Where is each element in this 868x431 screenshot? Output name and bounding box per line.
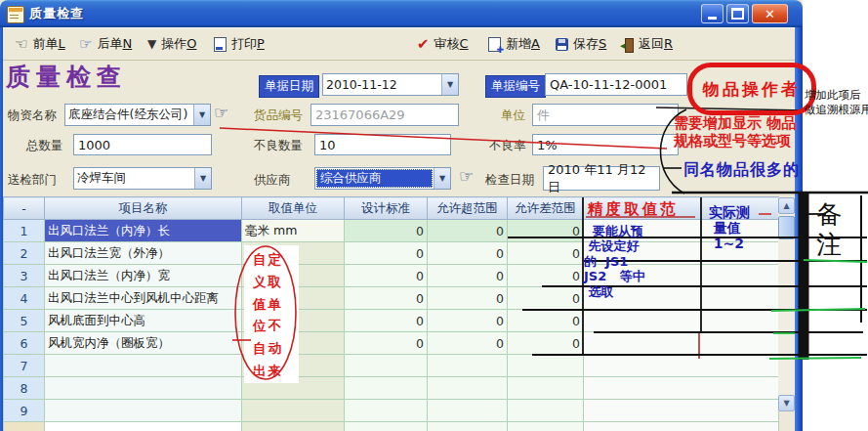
check-date-input[interactable]: 2010 年11 月12 日 — [543, 166, 660, 191]
col-header-unit[interactable]: 取值单位 — [242, 197, 345, 220]
material-dropdown-arrow[interactable]: ▼ — [193, 105, 210, 125]
maximize-button[interactable] — [726, 4, 749, 23]
total-qty-input[interactable]: 1000 — [73, 134, 212, 155]
scroll-down-button[interactable]: ▼ — [778, 395, 795, 411]
supplier-label: 供应商 — [254, 172, 291, 189]
close-icon: ✕ — [765, 7, 775, 22]
return-button[interactable]: 返回R — [622, 32, 673, 56]
save-button[interactable]: 保存S — [556, 32, 606, 56]
new-button[interactable]: 新增A — [488, 32, 540, 56]
annotation-operator-box: 物品操作者 — [687, 63, 816, 115]
table-row: 9 — [4, 400, 779, 422]
table-row: 5风机底面到中心高000 — [4, 310, 779, 332]
app-window: 质量检查 ✕ ☜ 前单L ☞ 后单N ▼ 操作O 打印P ✔ 审核C 新增A — [0, 0, 803, 431]
window-title: 质量检查 — [29, 5, 84, 22]
close-button[interactable]: ✕ — [752, 4, 788, 23]
prev-doc-button[interactable]: ☜ 前单L — [15, 32, 65, 56]
annotation-measure-note: 实际测 量值 1~2 — [709, 204, 750, 251]
table-row: 3出风口法兰（内净）宽000 — [4, 265, 779, 287]
prev-doc-icon: ☜ — [15, 37, 27, 52]
dept-combobox[interactable]: 冷焊车间 ▼ — [73, 167, 212, 190]
material-label: 物资名称 — [8, 108, 57, 124]
table-row: 2出风口法兰宽（外净）000 — [4, 242, 779, 265]
annotation-spec-note: 需要增加显示 物品 规格或型号等选项 — [674, 114, 796, 150]
minimize-icon — [708, 17, 717, 20]
unit-label: 单位 — [501, 108, 525, 124]
inspection-items-table: - 项目名称 取值单位 设计标准 允许超范围 允许差范围 1出风口法兰（内净）长… — [3, 196, 779, 431]
check-date-label: 检查日期 — [485, 172, 534, 189]
scroll-up-button[interactable]: ▲ — [778, 197, 795, 214]
table-new-row-stub — [4, 422, 779, 431]
unit-input: 件 — [532, 104, 679, 126]
next-doc-icon: ☞ — [79, 37, 92, 52]
page-title: 质量检查 — [6, 61, 127, 93]
scrollbar-thumb[interactable] — [778, 216, 795, 239]
audit-button[interactable]: ✔ 审核C — [417, 32, 469, 56]
table-row: 8 — [4, 377, 779, 400]
supplier-combobox[interactable]: 综合供应商 ▼ — [314, 167, 451, 190]
doc-no-label: 单据编号 — [485, 75, 546, 98]
material-combobox[interactable]: 底座结合件(经东公司) ▼ — [64, 104, 211, 126]
table-row: 6风机宽内净（圈板宽）000 — [4, 332, 779, 355]
table-row: 4出风口法兰中心到风机中心距离000 — [4, 287, 779, 310]
annotation-same-name-note: 同名物品很多的 — [683, 160, 800, 181]
annotation-unit-note: 自定 义取 值单 位不 自动 出来 — [253, 248, 283, 382]
annotation-remark-column: 备 注 — [816, 199, 843, 260]
new-doc-icon — [488, 37, 501, 52]
save-icon — [556, 38, 568, 51]
defect-qty-label: 不良数量 — [254, 138, 303, 154]
dept-dropdown-arrow[interactable]: ▼ — [194, 168, 211, 189]
app-icon — [7, 6, 24, 23]
supplier-dropdown-arrow[interactable]: ▼ — [434, 168, 450, 189]
col-header-rowno[interactable]: - — [4, 197, 45, 220]
doc-no-input[interactable]: QA-10-11-12-0001 — [545, 73, 687, 96]
annotation-precision-title: 精度取值范 — [588, 199, 679, 220]
table-row: 1出风口法兰（内净）长毫米 mm000 — [4, 220, 779, 242]
doc-date-label: 单据日期 — [259, 75, 319, 98]
vertical-scrollbar[interactable]: ▲ ▼ — [778, 197, 795, 411]
goods-no-label: 货品编号 — [254, 108, 303, 124]
print-button[interactable]: 打印P — [214, 32, 265, 56]
doc-date-dropdown-arrow[interactable]: ▼ — [441, 74, 458, 95]
defect-rate-input[interactable]: 1% — [532, 134, 679, 155]
operate-arrow-icon: ▼ — [147, 37, 156, 52]
audit-check-icon: ✔ — [417, 37, 430, 52]
window-border-left — [0, 27, 3, 431]
col-header-over[interactable]: 允许超范围 — [428, 197, 508, 220]
annotation-precision-note: 要能从预 先设定好 的 JS1 JS2 等中 选取 — [584, 224, 645, 299]
return-icon — [622, 38, 634, 51]
defect-qty-input[interactable]: 10 — [314, 134, 451, 155]
maximize-icon — [731, 8, 744, 20]
titlebar: 质量检查 ✕ — [0, 0, 803, 27]
goods-no-input: 23167066A29 — [310, 104, 459, 126]
annotation-trace-note: 增加此项后 做追溯根源用 — [805, 88, 868, 116]
toolbar: ☜ 前单L ☞ 后单N ▼ 操作O 打印P ✔ 审核C 新增A 保存S — [3, 27, 795, 61]
col-header-name[interactable]: 项目名称 — [45, 197, 242, 220]
total-qty-label: 总数量 — [26, 138, 63, 154]
dept-label: 送检部门 — [8, 172, 57, 189]
next-doc-button[interactable]: ☞ 后单N — [79, 32, 132, 56]
defect-rate-label: 不良率 — [489, 138, 526, 154]
minimize-button[interactable] — [701, 4, 723, 23]
material-picker-hand-icon[interactable]: ☞ — [214, 103, 228, 122]
col-header-std[interactable]: 设计标准 — [345, 197, 428, 220]
print-icon — [214, 37, 227, 52]
date-picker-hand-icon[interactable]: ☞ — [459, 166, 474, 186]
col-header-dev[interactable]: 允许差范围 — [508, 197, 584, 220]
operate-button[interactable]: ▼ 操作O — [147, 32, 196, 56]
table-row: 7 — [4, 355, 779, 377]
doc-date-combobox[interactable]: 2010-11-12 ▼ — [322, 73, 459, 96]
